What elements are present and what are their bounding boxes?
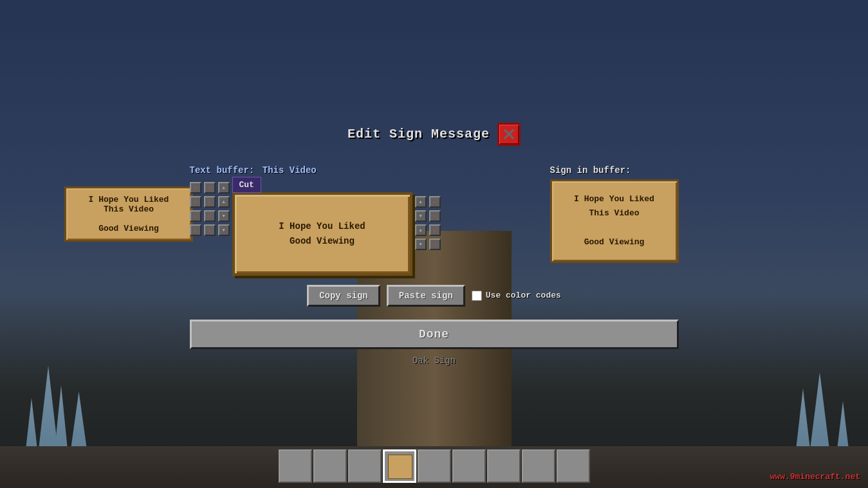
- button-row: Copy sign Paste sign Use color codes: [307, 285, 561, 307]
- right-arrow-icons: [415, 194, 427, 250]
- sign-editor-text: I Hope You Liked Good Viewing: [279, 219, 365, 248]
- row1-arrow-btn[interactable]: [218, 182, 230, 194]
- cut-tooltip: Cut: [232, 177, 261, 193]
- hotbar-slot-6: [452, 449, 486, 483]
- left-scene-sign: I Hope You Liked This Video Good Viewing: [64, 186, 193, 242]
- use-color-codes-label: Use color codes: [472, 291, 561, 301]
- ui-container: Edit Sign Message Text buffer: This Vide…: [190, 123, 679, 366]
- row3-arrow-btn[interactable]: [218, 210, 230, 222]
- rows-wrapper: Cut I Hope You Liked Good Viewing: [190, 179, 537, 276]
- text-buffer-label: Text buffer: This Video: [190, 165, 537, 176]
- watermark: www.9minecraft.net: [770, 472, 860, 482]
- hotbar-slot-1: [279, 449, 312, 483]
- title-bar: Edit Sign Message: [347, 123, 521, 146]
- sign-buffer-section: Sign in buffer: I Hope You Liked This Vi…: [550, 165, 679, 276]
- hotbar: [279, 449, 590, 483]
- arrow-icons: [218, 179, 230, 236]
- text-buffer-section: Text buffer: This Video: [190, 165, 537, 276]
- left-sign-line2: This Video: [104, 204, 154, 214]
- hotbar-slot-9: [557, 449, 590, 483]
- hotbar-slot-5: [418, 449, 451, 483]
- row4-right-delete[interactable]: [429, 239, 441, 250]
- text-buffer-value: This Video: [263, 165, 317, 176]
- row4-copy-btn[interactable]: [204, 224, 216, 236]
- sign-editor-wrap: Cut I Hope You Liked Good Viewing: [232, 179, 412, 276]
- row2-right-delete[interactable]: [429, 210, 441, 222]
- row1-copy-btn[interactable]: [204, 182, 216, 194]
- hotbar-slot-7: [487, 449, 521, 483]
- row1-delete-btn[interactable]: [190, 182, 201, 194]
- row2-arrow-btn[interactable]: [218, 196, 230, 208]
- row1-right-delete[interactable]: [429, 196, 441, 208]
- hotbar-item: [388, 455, 412, 479]
- row4-right-arrow[interactable]: [415, 239, 427, 250]
- sign-icon: [497, 123, 521, 146]
- text-buffer-label-text: Text buffer:: [190, 165, 255, 176]
- row4-delete-btn[interactable]: [190, 224, 201, 236]
- editor-area: Text buffer: This Video: [190, 165, 679, 276]
- row3-right-arrow[interactable]: [415, 224, 427, 236]
- sign-in-buffer-label: Sign in buffer:: [550, 165, 679, 176]
- sign-editor[interactable]: I Hope You Liked Good Viewing: [232, 192, 412, 276]
- copy-icons: [204, 179, 216, 236]
- row2-delete-btn[interactable]: [190, 196, 201, 208]
- copy-sign-button[interactable]: Copy sign: [307, 285, 380, 307]
- sign-buffer-text: I Hope You Liked This Video Good Viewing: [574, 192, 654, 249]
- hotbar-slot-8: [522, 449, 555, 483]
- row3-copy-btn[interactable]: [204, 210, 216, 222]
- left-sign-line4: Good Viewing: [98, 224, 159, 233]
- hotbar-slot-4: [383, 449, 416, 483]
- oak-sign-label: Oak Sign: [412, 356, 456, 366]
- row1-right-arrow[interactable]: [415, 196, 427, 208]
- paste-sign-button[interactable]: Paste sign: [387, 285, 465, 307]
- row2-copy-btn[interactable]: [204, 196, 216, 208]
- done-button-wrap: Done: [190, 320, 679, 349]
- row3-delete-btn[interactable]: [190, 210, 201, 222]
- done-button[interactable]: Done: [190, 320, 679, 349]
- dialog-title: Edit Sign Message: [347, 127, 490, 141]
- use-color-codes-checkbox[interactable]: [472, 291, 482, 301]
- hotbar-slot-2: [313, 449, 347, 483]
- row4-arrow-btn[interactable]: [218, 224, 230, 236]
- left-icons: [190, 179, 201, 236]
- right-x-icons: [429, 194, 441, 250]
- hotbar-slot-3: [348, 449, 382, 483]
- left-sign-line1: I Hope You Liked: [89, 195, 169, 204]
- sign-buffer-preview: I Hope You Liked This Video Good Viewing: [550, 179, 679, 263]
- row3-right-delete[interactable]: [429, 224, 441, 236]
- row2-right-arrow[interactable]: [415, 210, 427, 222]
